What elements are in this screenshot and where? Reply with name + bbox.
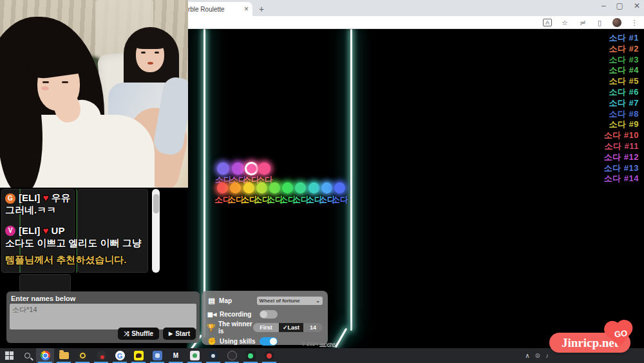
chat-message-body: 소다도 이쁘고 엘리도 이뻐 그냥 (5, 237, 142, 250)
recording-toggle[interactable] (260, 310, 278, 319)
taskbar-app-steam[interactable] (204, 348, 222, 363)
tab-close-icon[interactable]: × (244, 5, 249, 14)
taskbar-google[interactable]: G (111, 348, 129, 363)
taskbar-app-m[interactable]: M (167, 348, 185, 363)
new-tab-button[interactable]: + (259, 4, 264, 14)
person-left-eye (62, 81, 68, 83)
taskbar-app-blue[interactable] (148, 348, 166, 363)
person-left-blush (41, 86, 49, 90)
chat-message-body: 그러네.ㅋㅋ (5, 204, 56, 217)
fist-icon: ✊ (207, 337, 217, 346)
tray-icon[interactable]: ⊜ (535, 352, 540, 359)
taskbar-chrome[interactable] (36, 348, 54, 363)
map-icon: ▤ (207, 297, 216, 305)
player-name: 소다 #10 (604, 130, 639, 141)
m-app-icon: M (171, 351, 181, 360)
blue-app-icon (153, 351, 162, 360)
window-maximize-icon[interactable]: ▢ (616, 1, 623, 10)
winner-count-button[interactable]: 14 (303, 323, 323, 332)
sidebar-icon[interactable]: ▯ (595, 19, 604, 27)
taskbar-kakaotalk[interactable] (129, 348, 147, 363)
player-name: 소다 #4 (604, 65, 639, 76)
chat-target: UP (52, 225, 65, 236)
taskbar-search-button[interactable] (18, 348, 36, 363)
shuffle-button[interactable]: ⤨ Shuffle (118, 328, 159, 340)
red-record-app-icon (265, 351, 274, 360)
chat-message: G [ELI] ♥ 우유 (5, 192, 71, 204)
chrome-icon (41, 351, 50, 360)
winner-label: The winner is (218, 320, 253, 335)
player-name: 소다 #11 (604, 141, 639, 152)
skills-row: ✊ Using skills (207, 335, 323, 347)
chevron-down-icon: ⌄ (316, 298, 320, 304)
marble-highlighted (245, 162, 258, 175)
start-button[interactable]: ▶ Start (163, 328, 196, 340)
player-name: 소다 #13 (604, 163, 639, 174)
track-right-wall (350, 29, 352, 331)
map-label: Map (219, 297, 257, 304)
window-minimize-icon[interactable]: – (601, 1, 606, 10)
marble (269, 182, 280, 193)
tab-title: Marble Roulette (179, 6, 242, 13)
tray-mic-icon[interactable]: ♪ (545, 352, 549, 359)
chat-badge-icon: G (5, 193, 15, 204)
marble (334, 182, 345, 193)
skills-toggle[interactable] (260, 337, 278, 346)
person-right-eye (155, 52, 159, 54)
chat-message: V [ELI] ♥ UP (5, 225, 64, 236)
player-name: 소다 #12 (604, 152, 639, 163)
folder-icon (59, 352, 69, 359)
heart-icon: ♥ (43, 192, 49, 203)
marble (217, 182, 228, 193)
taskbar-app-green[interactable] (242, 348, 260, 363)
chat-badge-icon: V (5, 226, 15, 236)
player-name: 소다 #5 (604, 76, 639, 87)
player-name: 소다 #8 (604, 109, 639, 120)
shuffle-icon: ⤨ (124, 330, 129, 338)
profile-avatar[interactable] (612, 18, 621, 27)
taskbar-app-red[interactable] (260, 348, 278, 363)
stream-watermark: GO Jinricp.net (549, 333, 630, 353)
marble-label: 소다 (332, 194, 348, 206)
enter-names-panel: Enter names below 소다*14 ⤨ Shuffle ▶ Star… (6, 291, 200, 343)
player-name: 소다 #1 (604, 33, 639, 44)
taskbar-app-photos[interactable] (185, 348, 204, 363)
winner-first-button[interactable]: First (253, 323, 279, 332)
marble (243, 182, 254, 193)
player-name: 소다 #14 (604, 173, 639, 184)
marble (282, 182, 293, 193)
player-name-list: 소다 #1 소다 #2 소다 #3 소다 #4 소다 #5 소다 #6 소다 #… (604, 33, 639, 184)
marble (217, 162, 229, 175)
taskbar-file-explorer[interactable] (55, 348, 73, 363)
taskbar-app-dark-red[interactable] (92, 348, 110, 363)
bookmark-star-icon[interactable]: ☆ (560, 19, 569, 27)
marble (258, 162, 270, 175)
system-tray: ∧ ⊜ ♪ (525, 348, 549, 363)
photos-app-icon (190, 351, 200, 360)
browser-menu-icon[interactable]: ⋮ (630, 19, 639, 27)
translate-icon[interactable]: A (543, 19, 552, 26)
kakaotalk-icon (134, 351, 144, 360)
tray-chevron-icon[interactable]: ∧ (525, 352, 529, 359)
map-select[interactable]: Wheel of fortune ⌄ (257, 297, 323, 305)
person-right-eye (141, 52, 146, 54)
dark-red-app-icon (97, 351, 106, 360)
marble (321, 182, 332, 193)
heart-icon: ♥ (43, 225, 49, 236)
chat-username: [ELI] (19, 225, 40, 236)
chat-scrollbar[interactable] (152, 189, 160, 273)
window-close-icon[interactable]: ✕ (634, 1, 640, 10)
camera-icon: ◼◂ (207, 310, 217, 319)
recording-label: Recording (220, 311, 260, 318)
marble (308, 182, 319, 193)
extension-icon[interactable]: ≓ (578, 19, 587, 27)
names-input[interactable]: 소다*14 (10, 304, 196, 329)
start-button[interactable] (0, 348, 18, 363)
taskbar: G M ∧ ⊜ ♪ (0, 348, 644, 363)
chat-system-message: 템플님께서 추천하셨습니다. (5, 254, 126, 266)
taskbar-app-dark-circle[interactable] (223, 348, 241, 363)
marble (230, 182, 241, 193)
chat-scrollbar-thumb[interactable] (153, 194, 159, 213)
winner-last-button[interactable]: ✓Last (279, 323, 303, 332)
taskbar-app-yellow-ring[interactable] (73, 348, 91, 363)
